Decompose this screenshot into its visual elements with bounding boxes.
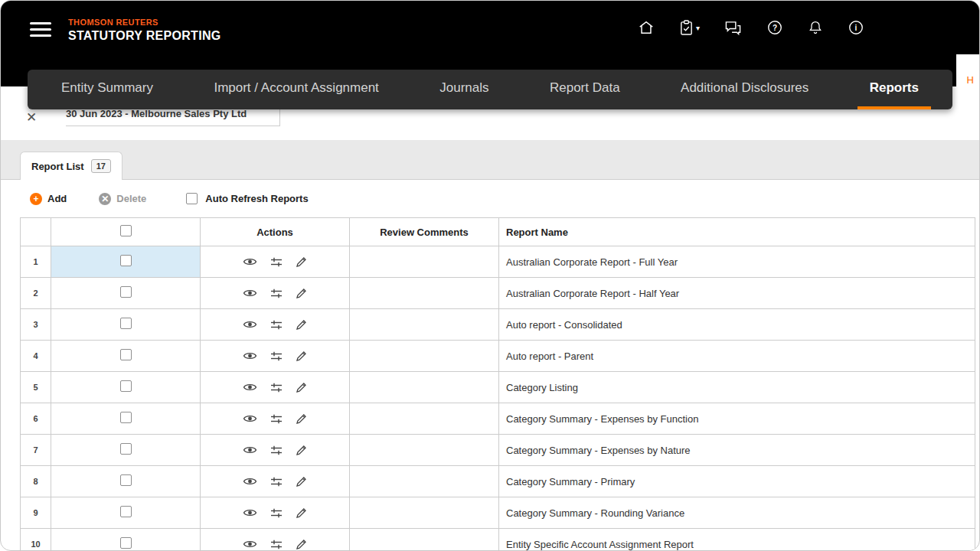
row-checkbox[interactable] (120, 349, 132, 360)
view-icon[interactable] (243, 476, 257, 487)
view-icon[interactable] (243, 507, 257, 518)
menu-icon[interactable] (30, 22, 51, 41)
close-icon[interactable]: ✕ (26, 109, 37, 126)
parameters-icon[interactable] (270, 445, 283, 456)
row-number: 1 (21, 246, 51, 278)
review-comments-header: Review Comments (350, 218, 499, 246)
edit-icon[interactable] (296, 413, 307, 425)
row-checkbox[interactable] (120, 506, 132, 517)
add-button-label: Add (47, 193, 67, 204)
view-icon[interactable] (243, 382, 257, 393)
edit-icon[interactable] (296, 382, 307, 393)
review-comments-cell (350, 341, 499, 372)
table-row: 2Australian Corporate Report - Half Year (21, 278, 975, 309)
edit-icon[interactable] (296, 256, 307, 268)
tab-additional-disclosures[interactable]: Additional Disclosures (668, 70, 821, 109)
view-icon[interactable] (243, 319, 257, 330)
view-icon[interactable] (243, 256, 257, 267)
report-name[interactable]: Entity Specific Account Assignment Repor… (499, 529, 975, 551)
review-comments-cell (350, 403, 499, 435)
row-checkbox[interactable] (120, 286, 132, 298)
view-icon[interactable] (243, 413, 257, 424)
table-row: 9Category Summary - Rounding Variance (21, 497, 975, 529)
view-icon[interactable] (243, 350, 257, 361)
tab-import-account-assignment[interactable]: Import / Account Assignment (201, 70, 390, 109)
parameters-icon[interactable] (270, 288, 283, 299)
parameters-icon[interactable] (270, 476, 283, 487)
report-name[interactable]: Australian Corporate Report - Half Year (499, 278, 975, 309)
row-actions-cell (201, 309, 350, 341)
tab-journals[interactable]: Journals (427, 70, 501, 109)
edit-icon[interactable] (296, 476, 307, 487)
period-entity-label: 30 Jun 2023 - Melbourne Sales Pty Ltd (66, 108, 280, 126)
row-checkbox[interactable] (120, 443, 132, 455)
tab-report-data[interactable]: Report Data (537, 70, 632, 109)
messages-icon[interactable] (724, 20, 742, 36)
review-comments-cell (350, 529, 499, 551)
parameters-icon[interactable] (270, 507, 283, 519)
row-checkbox-cell (51, 529, 201, 551)
row-actions-cell (201, 403, 350, 435)
row-number: 7 (21, 435, 51, 466)
report-name[interactable]: Category Summary - Expenses by Function (499, 403, 975, 435)
report-name[interactable]: Auto report - Parent (499, 341, 975, 372)
add-button[interactable]: + Add (30, 193, 67, 205)
parameters-icon[interactable] (270, 539, 283, 550)
select-all-checkbox[interactable] (120, 225, 132, 236)
report-name[interactable]: Australian Corporate Report - Full Year (499, 246, 975, 278)
row-checkbox[interactable] (120, 474, 132, 486)
product-name: STATUTORY REPORTING (68, 29, 221, 43)
report-name[interactable]: Auto report - Consolidated (499, 309, 975, 341)
review-comments-cell (350, 435, 499, 466)
edit-icon[interactable] (296, 539, 307, 550)
row-checkbox[interactable] (120, 537, 132, 549)
edit-icon[interactable] (296, 445, 307, 456)
home-icon[interactable] (638, 19, 655, 36)
table-row: 6Category Summary - Expenses by Function (21, 403, 975, 435)
report-table: Actions Review Comments Report Name 1Aus… (20, 217, 975, 551)
auto-refresh-checkbox[interactable] (186, 193, 198, 204)
table-row: 4Auto report - Parent (21, 341, 975, 372)
row-checkbox-cell (51, 372, 201, 403)
report-name[interactable]: Category Summary - Primary (499, 466, 975, 497)
tasks-icon[interactable]: ▾ (679, 20, 700, 36)
edit-icon[interactable] (296, 319, 307, 331)
parameters-icon[interactable] (270, 382, 283, 393)
edit-icon[interactable] (296, 507, 307, 519)
review-comments-cell (350, 278, 499, 309)
parameters-icon[interactable] (270, 256, 283, 268)
edit-icon[interactable] (296, 350, 307, 362)
review-comments-cell (350, 466, 499, 497)
parameters-icon[interactable] (270, 413, 283, 425)
row-checkbox-cell (51, 466, 201, 497)
report-name[interactable]: Category Summary - Expenses by Nature (499, 435, 975, 466)
delete-button[interactable]: ✕ Delete (99, 193, 146, 205)
report-name[interactable]: Category Listing (499, 372, 975, 403)
parameters-icon[interactable] (270, 350, 283, 362)
report-list-tab[interactable]: Report List 17 (20, 152, 122, 180)
view-icon[interactable] (243, 445, 257, 455)
info-icon[interactable]: i (848, 19, 864, 36)
edit-icon[interactable] (296, 288, 307, 299)
report-name[interactable]: Category Summary - Rounding Variance (499, 497, 975, 529)
app-header: THOMSON REUTERS STATUTORY REPORTING ▾ ? … (1, 1, 979, 54)
tab-entity-summary[interactable]: Entity Summary (49, 70, 165, 109)
row-actions-cell (201, 466, 350, 497)
table-row: 5Category Listing (21, 372, 975, 403)
row-checkbox[interactable] (120, 255, 132, 266)
view-icon[interactable] (243, 539, 257, 549)
svg-text:i: i (855, 24, 858, 32)
row-checkbox[interactable] (120, 318, 132, 329)
row-checkbox[interactable] (120, 412, 132, 423)
notifications-icon[interactable] (808, 19, 823, 36)
row-number: 6 (21, 403, 51, 435)
select-all-header (51, 218, 201, 246)
row-checkbox-cell (51, 278, 201, 309)
row-checkbox[interactable] (120, 380, 132, 392)
report-toolbar: + Add ✕ Delete Auto Refresh Reports (1, 180, 979, 217)
help-icon[interactable]: ? (766, 19, 783, 36)
parameters-icon[interactable] (270, 319, 283, 331)
tab-reports[interactable]: Reports (858, 70, 931, 109)
tab-strip-background: Report List 17 (1, 140, 979, 180)
view-icon[interactable] (243, 288, 257, 298)
